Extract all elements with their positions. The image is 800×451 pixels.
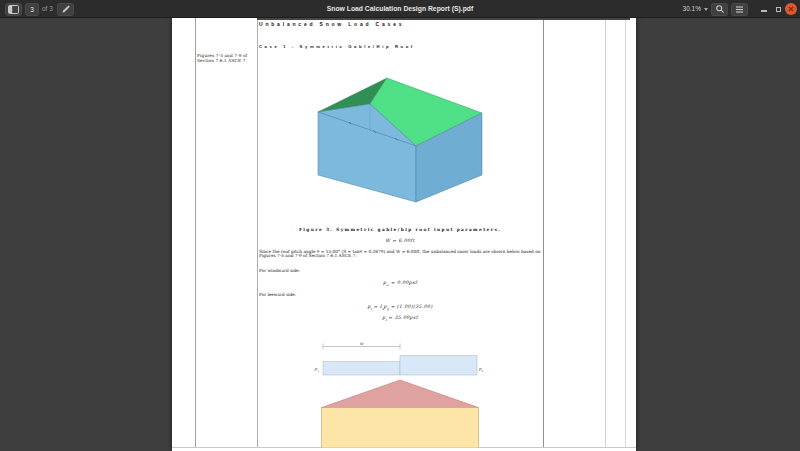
column-divider-1 <box>195 18 196 448</box>
column-divider-3 <box>543 18 544 448</box>
windward-label: For windward side: <box>259 268 300 273</box>
column-divider-5 <box>625 18 626 448</box>
page-total-label: of 3 <box>42 0 53 18</box>
toolbar: 3 of 3 Snow Load Calculation Design Repo… <box>0 0 800 18</box>
minimize-icon <box>761 10 767 12</box>
pdf-viewer-window: 3 of 3 Snow Load Calculation Design Repo… <box>0 0 800 451</box>
column-divider-2 <box>257 18 258 448</box>
pdf-page: Unbalanced Snow Load Cases Case 1 - Symm… <box>172 18 636 451</box>
p2-subscript: 2 <box>482 369 484 373</box>
sidebar-toggle-button[interactable] <box>5 3 22 16</box>
document-canvas[interactable]: Unbalanced Snow Load Cases Case 1 - Symm… <box>0 18 800 451</box>
page-number-input[interactable]: 3 <box>25 3 39 16</box>
house-wall-rect <box>322 408 479 449</box>
leeward-formula-value: pl = 35.00psf <box>257 315 543 322</box>
pen-icon <box>61 4 71 14</box>
dimension-label: w <box>360 341 365 346</box>
case-heading: Case 1 - Symmetric Gable/Hip Roof <box>259 44 415 49</box>
chevron-down-icon <box>704 8 708 11</box>
w-equation: W = 6.00ft <box>257 238 543 243</box>
maximize-button[interactable] <box>773 3 783 15</box>
window-title: Snow Load Calculation Design Report (S).… <box>100 0 700 18</box>
column-divider-4 <box>605 18 606 448</box>
load-diagram: w P 1 P 2 <box>312 340 484 448</box>
snow-rect-leeward <box>400 356 477 376</box>
roof-triangle <box>322 380 479 408</box>
section-title: Unbalanced Snow Load Cases <box>259 21 404 27</box>
snow-rect-windward <box>323 362 400 376</box>
house-3d-figure <box>300 68 512 222</box>
p1-subscript: 1 <box>318 369 320 373</box>
search-button[interactable] <box>711 3 728 16</box>
windward-formula: pw = 0.00psf <box>257 280 543 287</box>
hamburger-menu-icon <box>735 5 744 14</box>
search-icon <box>715 4 725 14</box>
leeward-label: For leeward side: <box>259 292 296 297</box>
maximize-icon <box>776 7 781 12</box>
close-icon <box>785 3 797 15</box>
menu-button[interactable] <box>731 3 748 16</box>
sidebar-toggle-icon <box>8 5 19 14</box>
leeward-formula-eq: pl = Ispg = (1.00)(35.00) <box>257 304 543 311</box>
body-paragraph: Since the roof pitch angle θ = 15.00° (S… <box>259 250 541 260</box>
zoom-dropdown[interactable]: 30.1% <box>683 0 708 18</box>
close-button[interactable] <box>785 3 797 15</box>
margin-note: Figures 7-5 and 7-9 of Section 7.6.1 ASC… <box>197 53 255 63</box>
minimize-button[interactable] <box>759 3 769 15</box>
zoom-level: 30.1% <box>683 0 701 18</box>
annotation-button[interactable] <box>57 3 74 16</box>
table-top-border <box>257 18 630 20</box>
figure-caption: Figure 3. Symmetric gable/hip roof input… <box>257 227 543 232</box>
